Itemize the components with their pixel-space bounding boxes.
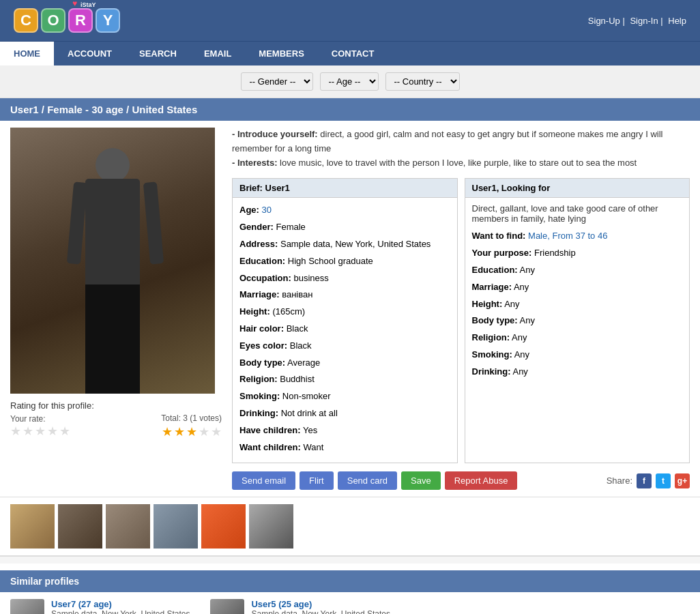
field-religion: Religion: Buddhist <box>239 372 450 387</box>
profile-content: Rating for this profile: Your rate: ★ ★ … <box>0 121 700 497</box>
tagline-text: iStaY <box>81 1 96 8</box>
lf-drinking: Drinking: Any <box>472 365 683 379</box>
share-label: Share: <box>607 476 632 486</box>
logo-r: R <box>68 8 93 33</box>
field-drinking: Drinking: Not drink at all <box>239 407 450 421</box>
figure-arm-right <box>143 181 164 264</box>
nav-account[interactable]: ACCOUNT <box>54 42 126 65</box>
report-abuse-button[interactable]: Report Abuse <box>445 471 518 490</box>
filter-bar: -- Gender -- -- Age -- -- Country -- <box>0 65 700 98</box>
figure-head <box>96 148 130 182</box>
action-bar: Send email Flirt Send card Save Report A… <box>232 471 690 490</box>
nav-search[interactable]: SEARCH <box>126 42 190 65</box>
figure <box>65 148 160 394</box>
field-address: Address: Sample data, New York, United S… <box>239 237 450 252</box>
similar-location-2: Sample data, New York, United States <box>251 609 390 614</box>
field-want-children: Want children: Want <box>239 441 450 455</box>
total-star-1: ★ <box>162 424 173 439</box>
total-star-4: ★ <box>199 424 209 439</box>
signup-link[interactable]: Sign-Up <box>588 16 620 26</box>
brief-panel-header: Brief: User1 <box>233 179 457 198</box>
logo: C O ♥ iStaY R Y <box>14 8 120 33</box>
lf-religion: Religion: Any <box>472 331 683 345</box>
profile-panels: Brief: User1 Age: 30 Gender: Female Addr… <box>232 178 690 463</box>
thumbnail-5[interactable] <box>201 504 246 549</box>
nav-email[interactable]: EMAIL <box>190 42 245 65</box>
lf-marriage: Marriage: Any <box>472 280 683 295</box>
looking-panel-header: User1, Looking for <box>465 179 690 198</box>
section-gap <box>0 557 700 564</box>
intro-text: - Introduce yourself: direct, a good gir… <box>232 128 690 170</box>
twitter-share-icon[interactable]: t <box>656 473 671 488</box>
profile-left: Rating for this profile: Your rate: ★ ★ … <box>10 128 222 490</box>
logo-y: Y <box>96 8 120 33</box>
send-card-button[interactable]: Send card <box>338 471 397 490</box>
thumbnail-2[interactable] <box>58 504 102 549</box>
intro-paragraph: - Introduce yourself: direct, a good gir… <box>232 128 690 156</box>
gender-filter[interactable]: -- Gender -- <box>241 72 313 91</box>
help-link[interactable]: Help <box>668 16 686 26</box>
similar-avatar-2 <box>210 599 244 614</box>
logo-o: O <box>41 8 65 33</box>
profile-title: User1 / Female - 30 age / United States <box>10 104 197 115</box>
brief-panel: Brief: User1 Age: 30 Gender: Female Addr… <box>232 178 458 463</box>
your-rate-stars[interactable]: ★ ★ ★ ★ ★ <box>10 424 70 439</box>
thumbnail-3[interactable] <box>106 504 150 549</box>
facebook-share-icon[interactable]: f <box>637 473 652 488</box>
field-education: Education: High School graduate <box>239 254 450 269</box>
field-have-children: Have children: Yes <box>239 424 450 438</box>
save-button[interactable]: Save <box>401 471 441 490</box>
nav-contact[interactable]: CONTACT <box>318 42 388 65</box>
logo-c: C <box>14 8 38 33</box>
field-hair: Hair color: Black <box>239 322 450 336</box>
nav-bar: HOME ACCOUNT SEARCH EMAIL MEMBERS CONTAC… <box>0 41 700 65</box>
field-body: Body type: Average <box>239 356 450 370</box>
similar-item-2: User5 (25 age) Sample data, New York, Un… <box>210 599 390 614</box>
thumbnail-1[interactable] <box>10 504 55 549</box>
thumbnail-4[interactable] <box>154 504 198 549</box>
rating-section: Rating for this profile: Your rate: ★ ★ … <box>10 400 222 439</box>
similar-name-1[interactable]: User7 (27 age) <box>51 599 112 609</box>
lf-height: Height: Any <box>472 297 683 312</box>
star-1[interactable]: ★ <box>10 424 21 439</box>
total-star-5: ★ <box>211 424 222 439</box>
similar-header: Similar profiles <box>0 570 700 592</box>
flirt-button[interactable]: Flirt <box>300 471 334 490</box>
figure-arm-left <box>67 181 87 264</box>
total-star-3: ★ <box>186 424 197 439</box>
profile-photo <box>10 128 215 394</box>
figure-body <box>85 179 140 302</box>
lf-purpose: Your purpose: Friendship <box>472 246 683 261</box>
star-4[interactable]: ★ <box>47 424 58 439</box>
photo-thumbnails <box>0 497 700 557</box>
rating-label: Rating for this profile: <box>10 400 222 411</box>
photo-inner <box>10 128 215 394</box>
nav-members[interactable]: MEMBERS <box>245 42 317 65</box>
star-5[interactable]: ★ <box>59 424 70 439</box>
age-filter[interactable]: -- Age -- <box>320 72 379 91</box>
field-occupation: Occupation: business <box>239 272 450 286</box>
similar-name-2[interactable]: User5 (25 age) <box>251 599 312 609</box>
looking-panel-body: Direct, gallant, love and take good care… <box>465 198 690 387</box>
nav-home[interactable]: HOME <box>0 42 54 65</box>
profile-right: - Introduce yourself: direct, a good gir… <box>232 128 690 490</box>
star-3[interactable]: ★ <box>35 424 46 439</box>
field-height: Height: (165cm) <box>239 305 450 319</box>
similar-info-1: User7 (27 age) Sample data, New York, Un… <box>51 599 190 614</box>
send-email-button[interactable]: Send email <box>232 471 295 490</box>
your-rate-label: Your rate: <box>10 414 70 424</box>
profile-header: User1 / Female - 30 age / United States <box>0 98 700 121</box>
lf-education: Education: Any <box>472 263 683 278</box>
lf-smoking: Smoking: Any <box>472 348 683 362</box>
thumbnail-6[interactable] <box>249 504 293 549</box>
field-smoking: Smoking: Non-smoker <box>239 390 450 404</box>
googleplus-share-icon[interactable]: g+ <box>675 473 690 488</box>
signin-link[interactable]: Sign-In <box>630 16 658 26</box>
field-marriage: Marriage: ваніван <box>239 288 450 302</box>
interests-paragraph: - Interests: love music, love to travel … <box>232 156 690 171</box>
star-2[interactable]: ★ <box>23 424 33 439</box>
looking-panel: User1, Looking for Direct, gallant, love… <box>465 178 690 463</box>
country-filter[interactable]: -- Country -- <box>385 72 460 91</box>
total-stars: ★ ★ ★ ★ ★ <box>162 424 222 439</box>
brief-panel-body: Age: 30 Gender: Female Address: Sample d… <box>233 198 457 463</box>
